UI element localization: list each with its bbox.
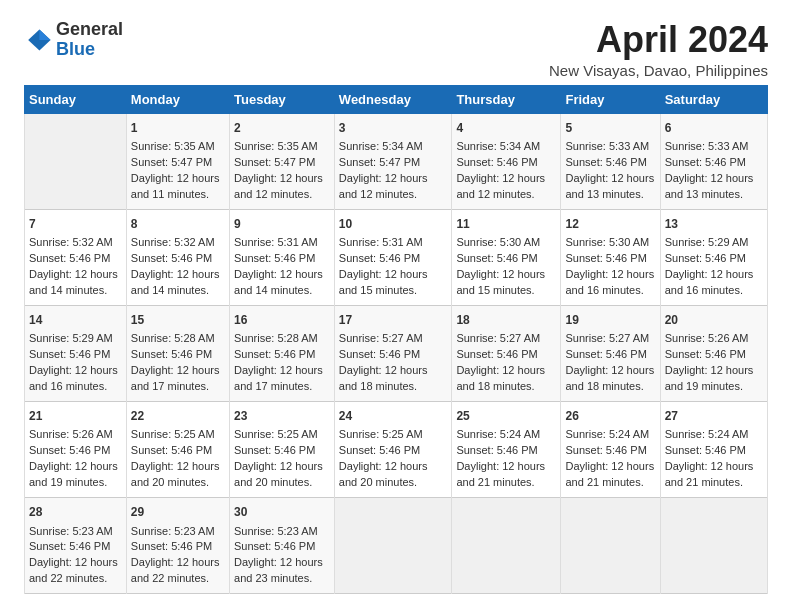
calendar-cell: 30Sunrise: 5:23 AMSunset: 5:46 PMDayligh… (230, 498, 335, 594)
day-info: Sunrise: 5:27 AM (339, 331, 448, 347)
day-number: 13 (665, 216, 763, 233)
calendar-cell: 5Sunrise: 5:33 AMSunset: 5:46 PMDaylight… (561, 113, 660, 209)
day-info: Sunrise: 5:26 AM (665, 331, 763, 347)
calendar-cell: 7Sunrise: 5:32 AMSunset: 5:46 PMDaylight… (25, 209, 127, 305)
day-info: Sunrise: 5:23 AM (29, 524, 122, 540)
day-number: 7 (29, 216, 122, 233)
calendar-week-row: 21Sunrise: 5:26 AMSunset: 5:46 PMDayligh… (25, 402, 768, 498)
calendar-cell (660, 498, 767, 594)
day-number: 19 (565, 312, 655, 329)
day-info: Sunset: 5:46 PM (339, 347, 448, 363)
day-info: Daylight: 12 hours and 20 minutes. (131, 459, 225, 491)
day-number: 23 (234, 408, 330, 425)
day-info: Daylight: 12 hours and 17 minutes. (234, 363, 330, 395)
day-info: Daylight: 12 hours and 23 minutes. (234, 555, 330, 587)
day-info: Sunset: 5:46 PM (29, 347, 122, 363)
calendar-cell (334, 498, 452, 594)
calendar-cell: 10Sunrise: 5:31 AMSunset: 5:46 PMDayligh… (334, 209, 452, 305)
day-info: Sunset: 5:46 PM (234, 443, 330, 459)
calendar-cell: 29Sunrise: 5:23 AMSunset: 5:46 PMDayligh… (126, 498, 229, 594)
day-info: Daylight: 12 hours and 18 minutes. (565, 363, 655, 395)
calendar-cell: 22Sunrise: 5:25 AMSunset: 5:46 PMDayligh… (126, 402, 229, 498)
day-info: Sunrise: 5:25 AM (234, 427, 330, 443)
subtitle: New Visayas, Davao, Philippines (549, 62, 768, 79)
day-info: Sunset: 5:46 PM (29, 443, 122, 459)
day-info: Sunrise: 5:35 AM (234, 139, 330, 155)
day-number: 28 (29, 504, 122, 521)
day-info: Sunset: 5:46 PM (131, 347, 225, 363)
day-info: Daylight: 12 hours and 16 minutes. (665, 267, 763, 299)
day-info: Sunrise: 5:24 AM (665, 427, 763, 443)
day-info: Sunset: 5:46 PM (565, 347, 655, 363)
calendar-cell: 3Sunrise: 5:34 AMSunset: 5:47 PMDaylight… (334, 113, 452, 209)
day-info: Sunrise: 5:34 AM (456, 139, 556, 155)
calendar-table: SundayMondayTuesdayWednesdayThursdayFrid… (24, 85, 768, 595)
day-info: Sunset: 5:46 PM (456, 443, 556, 459)
day-info: Sunset: 5:46 PM (339, 443, 448, 459)
calendar-cell (561, 498, 660, 594)
day-info: Sunrise: 5:25 AM (339, 427, 448, 443)
day-info: Daylight: 12 hours and 12 minutes. (456, 171, 556, 203)
calendar-cell: 14Sunrise: 5:29 AMSunset: 5:46 PMDayligh… (25, 305, 127, 401)
calendar-cell: 20Sunrise: 5:26 AMSunset: 5:46 PMDayligh… (660, 305, 767, 401)
day-info: Sunset: 5:46 PM (131, 443, 225, 459)
calendar-week-row: 7Sunrise: 5:32 AMSunset: 5:46 PMDaylight… (25, 209, 768, 305)
calendar-cell: 27Sunrise: 5:24 AMSunset: 5:46 PMDayligh… (660, 402, 767, 498)
day-info: Daylight: 12 hours and 13 minutes. (665, 171, 763, 203)
day-info: Sunset: 5:46 PM (456, 347, 556, 363)
day-info: Sunrise: 5:29 AM (29, 331, 122, 347)
day-info: Daylight: 12 hours and 11 minutes. (131, 171, 225, 203)
day-number: 20 (665, 312, 763, 329)
day-info: Sunrise: 5:32 AM (29, 235, 122, 251)
day-number: 5 (565, 120, 655, 137)
day-number: 22 (131, 408, 225, 425)
calendar-cell: 8Sunrise: 5:32 AMSunset: 5:46 PMDaylight… (126, 209, 229, 305)
column-header-wednesday: Wednesday (334, 85, 452, 113)
svg-marker-1 (39, 29, 50, 40)
column-header-thursday: Thursday (452, 85, 561, 113)
day-info: Sunset: 5:46 PM (131, 539, 225, 555)
day-info: Sunset: 5:46 PM (234, 347, 330, 363)
calendar-cell: 25Sunrise: 5:24 AMSunset: 5:46 PMDayligh… (452, 402, 561, 498)
day-info: Sunset: 5:46 PM (234, 539, 330, 555)
day-info: Sunrise: 5:29 AM (665, 235, 763, 251)
calendar-cell (25, 113, 127, 209)
day-number: 3 (339, 120, 448, 137)
day-info: Daylight: 12 hours and 22 minutes. (131, 555, 225, 587)
day-info: Daylight: 12 hours and 16 minutes. (29, 363, 122, 395)
calendar-cell: 13Sunrise: 5:29 AMSunset: 5:46 PMDayligh… (660, 209, 767, 305)
day-info: Sunrise: 5:35 AM (131, 139, 225, 155)
day-number: 24 (339, 408, 448, 425)
day-number: 14 (29, 312, 122, 329)
day-info: Sunrise: 5:25 AM (131, 427, 225, 443)
day-info: Daylight: 12 hours and 19 minutes. (665, 363, 763, 395)
calendar-cell: 15Sunrise: 5:28 AMSunset: 5:46 PMDayligh… (126, 305, 229, 401)
day-info: Sunrise: 5:33 AM (565, 139, 655, 155)
day-info: Sunrise: 5:24 AM (456, 427, 556, 443)
day-info: Sunrise: 5:28 AM (234, 331, 330, 347)
day-info: Sunset: 5:46 PM (565, 443, 655, 459)
day-info: Sunrise: 5:26 AM (29, 427, 122, 443)
day-number: 30 (234, 504, 330, 521)
title-area: April 2024 New Visayas, Davao, Philippin… (549, 20, 768, 79)
calendar-cell: 2Sunrise: 5:35 AMSunset: 5:47 PMDaylight… (230, 113, 335, 209)
day-number: 4 (456, 120, 556, 137)
day-number: 1 (131, 120, 225, 137)
day-info: Daylight: 12 hours and 19 minutes. (29, 459, 122, 491)
calendar-cell: 26Sunrise: 5:24 AMSunset: 5:46 PMDayligh… (561, 402, 660, 498)
logo-text-general: General (56, 19, 123, 39)
main-title: April 2024 (549, 20, 768, 60)
day-number: 2 (234, 120, 330, 137)
logo: General Blue (24, 20, 123, 60)
day-info: Sunset: 5:46 PM (131, 251, 225, 267)
day-info: Daylight: 12 hours and 17 minutes. (131, 363, 225, 395)
header: General Blue April 2024 New Visayas, Dav… (24, 20, 768, 79)
day-number: 29 (131, 504, 225, 521)
day-info: Daylight: 12 hours and 12 minutes. (339, 171, 448, 203)
day-info: Sunset: 5:46 PM (565, 251, 655, 267)
column-header-friday: Friday (561, 85, 660, 113)
day-info: Daylight: 12 hours and 20 minutes. (234, 459, 330, 491)
day-info: Daylight: 12 hours and 13 minutes. (565, 171, 655, 203)
day-info: Sunset: 5:46 PM (29, 539, 122, 555)
day-info: Sunset: 5:46 PM (665, 155, 763, 171)
